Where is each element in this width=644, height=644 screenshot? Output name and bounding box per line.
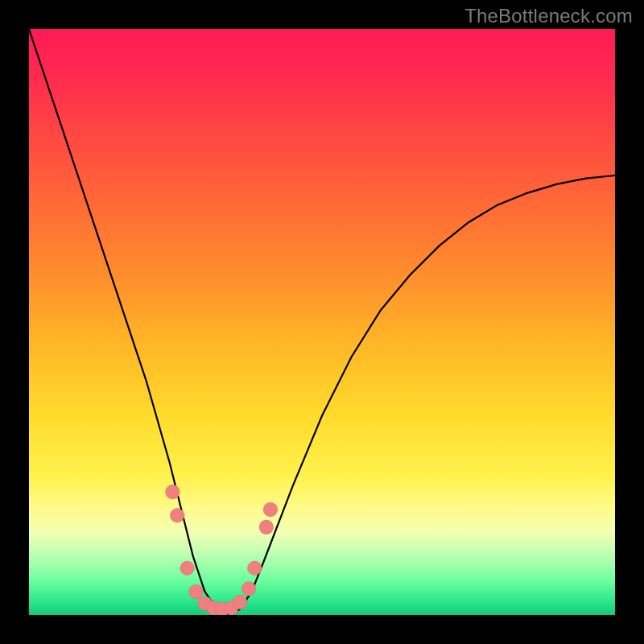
plot-area [29, 29, 615, 615]
marker-bead [165, 485, 180, 499]
bottleneck-curve [29, 29, 615, 615]
chart-frame: TheBottleneck.com [0, 0, 644, 644]
marker-bead [247, 561, 262, 576]
curve-layer [29, 29, 615, 615]
marker-group [165, 485, 278, 615]
marker-bead [170, 508, 184, 522]
marker-bead [242, 581, 256, 596]
marker-bead [180, 561, 195, 576]
marker-bead [188, 584, 203, 599]
watermark-text: TheBottleneck.com [464, 5, 633, 27]
marker-bead [263, 502, 278, 517]
marker-bead [259, 520, 274, 535]
marker-bead [233, 595, 247, 609]
